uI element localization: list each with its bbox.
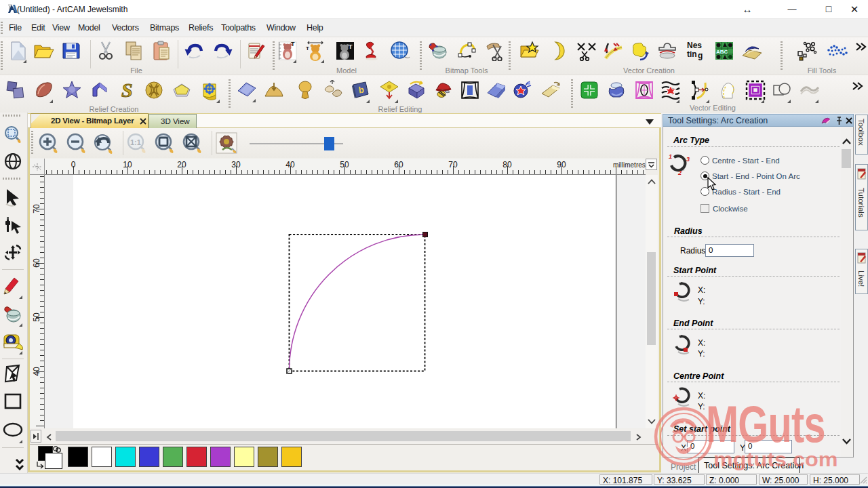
svg-text:g: g	[698, 51, 703, 60]
svg-text:tin: tin	[687, 49, 697, 59]
svg-text:T: T	[291, 41, 295, 47]
svg-text:Nes: Nes	[687, 41, 702, 50]
svg-text:1: 1	[669, 153, 672, 160]
svg-text:2: 2	[677, 169, 682, 176]
svg-text:T: T	[306, 45, 309, 52]
svg-text:1:1: 1:1	[130, 138, 141, 146]
svg-text:3: 3	[686, 156, 690, 163]
svg-text:ABC: ABC	[716, 49, 728, 55]
svg-text:T: T	[349, 43, 353, 50]
svg-text:S: S	[121, 79, 133, 101]
